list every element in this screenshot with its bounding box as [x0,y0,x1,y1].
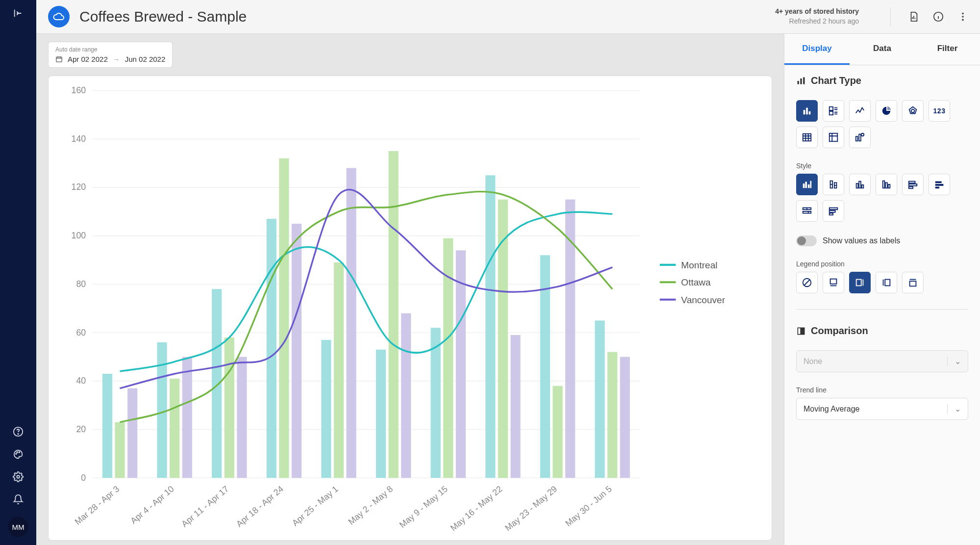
svg-rect-54 [829,133,838,142]
show-values-toggle[interactable] [796,235,817,246]
bar-Ottawa-0 [115,422,125,478]
svg-text:Apr 4 - Apr 10: Apr 4 - Apr 10 [128,484,176,526]
legend-top[interactable] [902,272,924,293]
tab-display[interactable]: Display [784,34,850,65]
svg-point-3 [17,452,18,453]
svg-rect-87 [798,328,801,334]
help-icon[interactable] [13,426,24,437]
legend-left[interactable] [876,272,897,293]
avatar[interactable]: MM [8,517,28,537]
svg-rect-78 [803,211,811,213]
style-grouped-bar[interactable] [796,174,818,195]
chart-type-number[interactable]: 123 [929,100,950,122]
svg-text:Vancouver: Vancouver [681,295,725,305]
bar-Ottawa-3 [279,158,289,478]
svg-text:140: 140 [72,134,86,144]
legend-bottom[interactable] [823,272,844,293]
svg-text:May 16 - May 22: May 16 - May 22 [449,484,504,533]
info-icon[interactable] [933,11,944,22]
svg-text:20: 20 [76,424,86,434]
bar-Vancouver-7 [510,335,520,478]
page-title: Coffees Brewed - Sample [79,8,765,25]
svg-text:60: 60 [76,328,86,337]
style-ordered-bar[interactable] [876,174,897,195]
svg-text:May 2 - May 8: May 2 - May 8 [347,484,395,526]
svg-rect-52 [829,111,833,115]
svg-rect-58 [803,183,805,188]
svg-text:Apr 11 - Apr 17: Apr 11 - Apr 17 [179,484,230,529]
style-hbar[interactable] [902,174,924,195]
report-icon[interactable] [908,11,919,22]
bar-Montreal-9 [595,320,604,478]
gear-icon[interactable] [13,471,24,482]
svg-text:40: 40 [76,376,86,386]
chart-type-line[interactable] [849,100,871,122]
chart-type-radar[interactable] [902,100,924,122]
svg-point-8 [962,16,964,18]
chart-type-table[interactable] [796,127,818,148]
svg-rect-88 [802,328,804,334]
bar-Vancouver-4 [347,168,356,478]
style-hbar-stacked[interactable] [929,174,950,195]
svg-rect-66 [862,185,864,188]
chart-type-pie[interactable] [876,100,897,122]
legend-right[interactable] [849,272,871,293]
svg-rect-59 [805,182,807,188]
chart-type-map[interactable] [849,127,871,148]
svg-text:0: 0 [81,473,86,483]
style-outline-bar[interactable] [849,174,871,195]
bar-Vancouver-9 [620,357,630,478]
svg-rect-61 [810,181,811,188]
bell-icon[interactable] [13,494,24,505]
svg-rect-55 [856,136,858,141]
svg-rect-56 [859,134,861,141]
comparison-select[interactable]: None ⌄ [796,350,968,372]
svg-rect-85 [885,280,890,286]
bar-Ottawa-5 [389,151,399,478]
tabs: Display Data Filter [784,34,980,65]
svg-rect-51 [829,107,833,110]
style-stacked-bar[interactable] [823,174,844,195]
svg-rect-86 [910,281,916,286]
legend-none[interactable] [796,272,818,293]
date-range-button[interactable]: Auto date range Apr 02 2022 → Jun 02 202… [48,42,173,68]
chart-type-pivot[interactable] [823,127,844,148]
bar-Vancouver-1 [182,357,192,478]
tab-data[interactable]: Data [850,34,915,65]
chart-svg: 020406080100120140160Mar 28 - Apr 3Apr 4… [52,84,760,538]
svg-text:May 30 - Jun 5: May 30 - Jun 5 [563,484,614,528]
style-hbar-outline[interactable] [796,200,818,222]
trend-line-select[interactable]: Moving Average ⌄ [796,398,968,420]
svg-point-4 [19,452,20,453]
svg-point-2 [16,453,17,454]
chart-type-bar[interactable] [796,100,818,122]
bar-Montreal-1 [157,342,167,478]
svg-point-9 [962,19,964,21]
svg-rect-46 [800,78,802,84]
bar-Ottawa-2 [225,337,234,478]
style-hbar-ordered[interactable] [823,200,844,222]
svg-text:120: 120 [72,182,86,192]
status-text: 4+ years of stored history Refreshed 2 h… [775,7,859,26]
bar-Ottawa-8 [553,386,562,478]
bar-Montreal-4 [321,340,331,478]
topbar: Coffees Brewed - Sample 4+ years of stor… [36,0,980,34]
svg-rect-64 [856,183,858,188]
svg-text:80: 80 [76,279,86,289]
bar-Ottawa-4 [334,262,344,478]
bar-Montreal-0 [102,374,112,478]
more-icon[interactable] [957,11,968,22]
chart-type-detail-bar[interactable] [823,100,844,122]
trend-Ottawa [120,192,613,422]
palette-icon[interactable] [13,449,24,460]
svg-text:May 23 - May 29: May 23 - May 29 [503,484,559,533]
svg-rect-81 [829,213,833,215]
expand-sidebar-icon[interactable] [13,8,24,19]
left-sidebar: MM [0,0,36,545]
svg-text:May 9 - May 15: May 9 - May 15 [398,484,450,530]
svg-rect-48 [804,110,805,114]
svg-rect-84 [856,280,861,286]
bar-Montreal-5 [376,350,386,478]
tab-filter[interactable]: Filter [915,34,980,65]
svg-point-7 [962,13,964,15]
